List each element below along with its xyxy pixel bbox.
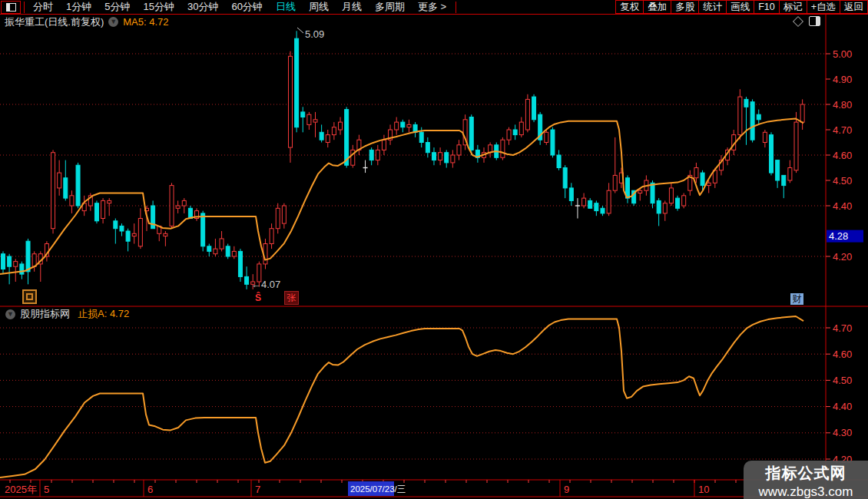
candle-body <box>76 165 80 206</box>
toolbar-button-统计[interactable]: 统计 <box>698 0 727 14</box>
period-toolbar: 分时1分钟5分钟15分钟30分钟60分钟日线周线月线多周期更多 > <box>33 0 446 14</box>
candle-body <box>469 117 473 150</box>
f10-button[interactable]: F10 <box>754 0 780 14</box>
candle-body <box>288 56 292 147</box>
month-label: 10 <box>698 484 709 495</box>
candle-body <box>744 99 748 107</box>
candle-body <box>676 198 680 208</box>
candle-body <box>513 130 517 135</box>
candle-body <box>376 150 379 160</box>
candle-body <box>439 153 442 160</box>
candle-body <box>782 175 786 185</box>
candle-body <box>669 188 673 203</box>
tab-分时[interactable]: 分时 <box>33 0 53 14</box>
candle-body <box>638 190 642 193</box>
toolbar-button-标记[interactable]: 标记 <box>779 0 807 14</box>
candle-body <box>457 145 461 155</box>
candle-body <box>238 251 242 276</box>
price-axis-label: 4.60 <box>833 349 852 360</box>
candle-body <box>519 122 523 135</box>
candle-body <box>426 143 429 153</box>
tab-多周期[interactable]: 多周期 <box>375 0 405 14</box>
candle-body <box>582 198 586 206</box>
tab-月线[interactable]: 月线 <box>342 0 362 14</box>
candle-body <box>794 122 798 170</box>
tab-5分钟[interactable]: 5分钟 <box>104 0 130 14</box>
price-axis-label: 4.50 <box>833 175 852 187</box>
toolbar-button-复权[interactable]: 复权 <box>615 0 644 14</box>
tab-30分钟[interactable]: 30分钟 <box>187 0 218 14</box>
candle-body <box>532 97 536 120</box>
candle-body <box>164 233 167 236</box>
price-tag-label: 4.28 <box>829 230 848 242</box>
toolbar-button-+自选[interactable]: +自选 <box>807 0 840 14</box>
tab-周线[interactable]: 周线 <box>309 0 329 14</box>
toolbar-button-多股[interactable]: 多股 <box>671 0 699 14</box>
toolbar-button-返回[interactable]: 返回 <box>840 0 868 14</box>
candle-body <box>70 196 74 206</box>
diamond-icon[interactable] <box>793 15 803 26</box>
candle-body <box>395 122 399 130</box>
candle-body <box>601 208 605 213</box>
cai-badge[interactable]: 财 <box>790 293 803 305</box>
toolbar-button-画线[interactable]: 画线 <box>726 0 754 14</box>
crosshair-date-label: 2025/07/23/三 <box>350 484 406 494</box>
window-split-button[interactable] <box>1 1 21 14</box>
return-square-icon[interactable] <box>22 289 37 304</box>
candle-body <box>369 150 373 160</box>
toolbar-button-叠加[interactable]: 叠加 <box>643 0 671 14</box>
price-axis-label: 4.50 <box>833 375 852 386</box>
chevron-down-icon[interactable]: ▼ <box>5 309 15 319</box>
candle-body <box>232 251 236 256</box>
tab-1分钟[interactable]: 1分钟 <box>66 0 91 14</box>
candle-body <box>507 130 511 140</box>
tab-60分钟[interactable]: 60分钟 <box>231 0 262 14</box>
candle-body <box>14 262 18 267</box>
price-axis-label: 4.40 <box>833 401 852 412</box>
split-panel-icon[interactable] <box>809 16 820 26</box>
candle-body <box>207 246 211 252</box>
price-axis-label: 4.20 <box>833 251 852 263</box>
tab-日线[interactable]: 日线 <box>276 0 296 14</box>
candle-body <box>701 173 704 186</box>
top-toolbar: 分时1分钟5分钟15分钟30分钟60分钟日线周线月线多周期更多 > 复权叠加多股… <box>0 0 868 15</box>
candle-body <box>382 140 386 150</box>
candle-body <box>563 168 567 188</box>
candle-body <box>769 135 773 173</box>
candle-body <box>750 102 754 140</box>
candle-body <box>657 200 661 213</box>
high-pointer-line <box>297 28 303 33</box>
candle-body <box>126 231 130 241</box>
candle-body <box>64 178 68 198</box>
candle-body <box>800 104 804 122</box>
candle-body <box>432 153 436 160</box>
year-label: 2025年 <box>5 484 37 495</box>
candle-body <box>2 254 5 269</box>
candle-body <box>51 153 55 229</box>
chart-title-row: 振华重工(日线.前复权) ▼ MA5: 4.72 <box>0 15 822 28</box>
candle-body <box>694 168 698 178</box>
tab-15分钟[interactable]: 15分钟 <box>143 0 174 14</box>
sub-panel-header: ▼ 股朋指标网 止损A: 4.72 <box>0 308 129 320</box>
sub-stop-line <box>0 316 803 478</box>
candle-body <box>545 132 548 142</box>
zhang-badge[interactable]: 张 <box>284 291 299 305</box>
price-axis-label: 4.70 <box>833 124 852 136</box>
candle-body <box>607 190 611 213</box>
candle-body <box>525 99 529 130</box>
tab-更多 >[interactable]: 更多 > <box>418 0 446 14</box>
toolbar-divider <box>24 2 25 13</box>
month-label: 7 <box>255 484 260 495</box>
candle-body <box>313 120 317 122</box>
candlestick-chart[interactable]: 5.004.904.804.704.604.504.404.204.284.70… <box>0 0 868 499</box>
candle-body <box>419 132 423 142</box>
candle-body <box>226 246 230 256</box>
candle-body <box>282 206 286 223</box>
candle-body <box>345 110 349 166</box>
chevron-down-icon[interactable]: ▼ <box>108 17 118 27</box>
candle-body <box>220 239 224 249</box>
candle-body <box>176 206 180 208</box>
sub-indicator-value: 止损A: 4.72 <box>78 307 129 321</box>
candle-body <box>20 264 24 274</box>
toolbar-divider <box>456 2 456 13</box>
